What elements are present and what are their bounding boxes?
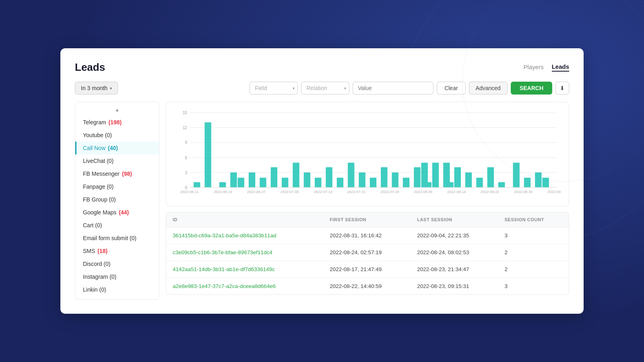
- svg-rect-37: [337, 178, 343, 187]
- svg-text:6: 6: [185, 156, 187, 160]
- table-row: a2e8e983-1e47-37c7-a2ca-dceea8d664e6 202…: [166, 278, 569, 295]
- sidebar-item[interactable]: Google Maps (44): [75, 206, 159, 219]
- sidebar-item-label: SMS: [83, 248, 95, 254]
- sidebar-item-label: FB Group (0): [83, 196, 116, 203]
- cell-session-count: 2: [498, 261, 569, 278]
- header-row: Leads Players Leads: [75, 61, 569, 74]
- sidebar-item-label: Fanpage (0): [83, 183, 114, 190]
- relation-select-wrapper: Relation: [301, 82, 349, 95]
- svg-rect-55: [513, 163, 519, 187]
- sidebar-item-label: Instagram (0): [83, 274, 116, 280]
- svg-text:2022-07-21: 2022-07-21: [347, 190, 366, 194]
- svg-rect-36: [326, 167, 332, 187]
- sidebar-item[interactable]: Discord (0): [75, 257, 159, 270]
- svg-text:2022-08-06: 2022-08-06: [414, 190, 432, 194]
- svg-text:2022-08-22: 2022-08-22: [481, 190, 499, 194]
- sidebar-item[interactable]: Email form submit (0): [75, 232, 159, 245]
- filter-row: In 3 month ▾ Field Relation Clear Advanc…: [75, 82, 569, 95]
- cell-first-session: 2022-08-31, 16:16:42: [323, 227, 411, 244]
- sidebar-item[interactable]: SMS (18): [75, 245, 159, 257]
- period-button[interactable]: In 3 month ▾: [75, 82, 118, 95]
- nav-tabs: Players Leads: [524, 63, 569, 72]
- svg-text:3: 3: [185, 171, 187, 175]
- sidebar-item[interactable]: Linkin (0): [75, 283, 159, 296]
- cell-id[interactable]: a2e8e983-1e47-37c7-a2ca-dceea8d664e6: [166, 278, 323, 295]
- svg-rect-25: [204, 122, 211, 187]
- sidebar-item[interactable]: LiveChat (0): [75, 154, 159, 167]
- svg-text:2022-08-30: 2022-08-30: [514, 190, 533, 194]
- svg-rect-58: [542, 178, 549, 187]
- sidebar-collapse-button[interactable]: ▲: [75, 105, 159, 116]
- svg-rect-44: [414, 167, 420, 187]
- clear-button[interactable]: Clear: [437, 82, 465, 95]
- svg-text:9: 9: [185, 140, 187, 145]
- cell-id[interactable]: 361415bd-c69a-32a1-ba5e-d84a383b11ad: [166, 227, 323, 244]
- chevron-down-icon: ▾: [110, 86, 112, 90]
- field-select[interactable]: Field: [250, 82, 298, 95]
- svg-text:2022-08-14: 2022-08-14: [447, 190, 466, 194]
- col-last-session: LAST SESSION: [411, 212, 498, 227]
- advanced-button[interactable]: Advanced: [469, 82, 508, 95]
- cell-first-session: 2022-08-22, 14:40:59: [323, 278, 411, 295]
- sidebar-item[interactable]: Youtube (0): [75, 129, 159, 142]
- col-id: ID: [166, 212, 323, 227]
- sidebar-item-label: Youtube (0): [83, 132, 112, 138]
- cell-id[interactable]: 4142aa51-14db-3b31-ab1e-df7d6336149c: [166, 261, 323, 278]
- sidebar-item-label: Linkin (0): [83, 286, 106, 293]
- svg-rect-28: [237, 178, 244, 187]
- svg-rect-51: [465, 173, 472, 187]
- svg-text:2022-06-11: 2022-06-11: [180, 190, 199, 194]
- sidebar-item[interactable]: Telegram (198): [75, 116, 159, 129]
- chart-container: 036912152022-06-112022-06-192022-06-2720…: [166, 102, 569, 206]
- value-input[interactable]: [353, 82, 433, 95]
- svg-rect-32: [282, 178, 288, 187]
- sidebar-item[interactable]: Fanpage (0): [75, 180, 159, 193]
- svg-rect-47: [432, 163, 439, 187]
- svg-rect-57: [535, 173, 541, 187]
- sidebar-item-label: LiveChat (0): [83, 158, 114, 164]
- sidebar-item[interactable]: Cart (0): [75, 219, 159, 232]
- svg-rect-50: [454, 167, 461, 187]
- svg-rect-41: [381, 167, 387, 187]
- download-button[interactable]: ⬇: [555, 82, 569, 95]
- cell-id[interactable]: c3e09cb5-c1b6-3b7e-bfae-89673ef11dc4: [166, 244, 323, 261]
- col-session-count: SESSION COUNT: [498, 212, 569, 227]
- relation-select[interactable]: Relation: [301, 82, 349, 95]
- svg-rect-26: [219, 182, 226, 187]
- search-button[interactable]: SEARCH: [511, 82, 552, 95]
- svg-rect-49: [447, 182, 453, 187]
- tab-leads[interactable]: Leads: [552, 63, 569, 72]
- cell-last-session: 2022-08-23, 09:15:31: [411, 278, 498, 295]
- period-label: In 3 month: [81, 85, 107, 91]
- content-row: ▲ Telegram (198)Youtube (0)Call Now (40)…: [75, 102, 569, 300]
- chart-and-table: 036912152022-06-112022-06-192022-06-2720…: [166, 102, 569, 300]
- sidebar-item[interactable]: FB Messenger (98): [75, 167, 159, 180]
- field-select-wrapper: Field: [250, 82, 298, 95]
- svg-rect-27: [230, 173, 237, 187]
- sidebar-item-label: Email form submit (0): [83, 235, 136, 241]
- svg-rect-35: [315, 178, 321, 187]
- cell-session-count: 2: [498, 244, 569, 261]
- cell-first-session: 2022-08-17, 21:47:49: [323, 261, 411, 278]
- tab-players[interactable]: Players: [524, 64, 544, 71]
- svg-rect-24: [194, 182, 200, 187]
- svg-text:15: 15: [183, 111, 188, 115]
- sidebar-item-label: Call Now: [83, 145, 105, 151]
- svg-rect-33: [293, 163, 299, 187]
- table-container: ID FIRST SESSION LAST SESSION SESSION CO…: [166, 212, 569, 295]
- sidebar-item[interactable]: FB Group (0): [75, 193, 159, 206]
- svg-rect-39: [359, 173, 365, 187]
- svg-rect-46: [425, 182, 431, 187]
- svg-rect-53: [487, 167, 494, 187]
- svg-text:2022-07-13: 2022-07-13: [314, 190, 332, 194]
- cell-last-session: 2022-09-04, 22:21:35: [411, 227, 498, 244]
- svg-text:2022-07-29: 2022-07-29: [380, 190, 399, 194]
- download-icon: ⬇: [560, 85, 565, 91]
- svg-text:2022-07-05: 2022-07-05: [281, 190, 299, 194]
- svg-rect-31: [271, 167, 277, 187]
- sidebar-item[interactable]: Instagram (0): [75, 270, 159, 283]
- sidebar-item-label: Google Maps: [83, 209, 116, 216]
- sidebar: ▲ Telegram (198)Youtube (0)Call Now (40)…: [75, 102, 159, 300]
- table-row: 4142aa51-14db-3b31-ab1e-df7d6336149c 202…: [166, 261, 569, 278]
- sidebar-item[interactable]: Call Now (40): [75, 142, 159, 154]
